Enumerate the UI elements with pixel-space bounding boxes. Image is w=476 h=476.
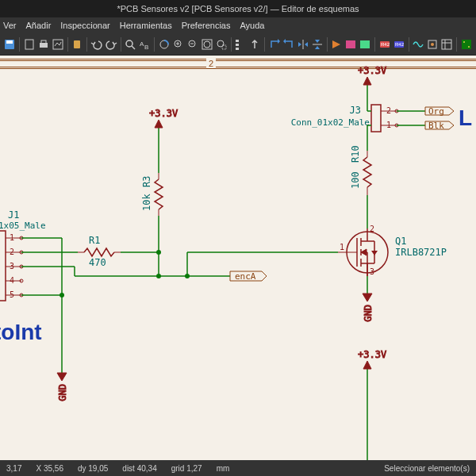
annotate-icon[interactable]: R42 [378, 36, 391, 53]
assign-footprints-icon[interactable] [426, 36, 439, 53]
svg-text:encA: encA [235, 271, 256, 282]
svg-rect-34 [360, 40, 370, 48]
rotate-cw-icon[interactable] [282, 36, 295, 53]
svg-text:100: 100 [350, 171, 361, 189]
svg-text:GND: GND [57, 384, 68, 401]
svg-rect-21 [236, 40, 239, 42]
pcb-icon[interactable] [460, 36, 473, 53]
svg-text:3: 3 [10, 262, 14, 271]
menu-ver[interactable]: Ver [3, 21, 17, 30]
svg-text:R42: R42 [395, 42, 405, 47]
paste-icon[interactable] [71, 36, 83, 53]
svg-point-46 [468, 46, 470, 48]
bom-icon[interactable] [440, 36, 453, 53]
svg-text:1: 1 [340, 243, 344, 251]
svg-text:10k: 10k [141, 194, 152, 211]
svg-text:L: L [459, 106, 472, 130]
menu-inspeccionar[interactable]: Inspeccionar [60, 21, 109, 30]
undo-icon[interactable] [90, 36, 103, 53]
zoom-out-icon[interactable] [186, 36, 199, 53]
svg-rect-6 [74, 40, 80, 48]
status-bar: 3,17 X 35,56 dy 19,05 dist 40,34 grid 1,… [0, 460, 476, 476]
svg-point-7 [126, 40, 132, 47]
svg-text:J1: J1 [8, 209, 19, 221]
find-icon[interactable] [124, 36, 136, 53]
svg-rect-53 [371, 105, 381, 132]
svg-text:Org: Org [428, 106, 444, 117]
erc-icon[interactable]: R42 [393, 36, 405, 53]
svg-marker-91 [371, 251, 378, 255]
redo-icon[interactable] [105, 36, 117, 53]
svg-text:R1: R1 [89, 235, 100, 246]
zoom-selection-icon[interactable] [215, 36, 228, 53]
status-hint: Seleccionar elemento(s) [384, 464, 470, 473]
svg-text:J3: J3 [350, 105, 361, 116]
status-coord3: dy 19,05 [78, 464, 108, 473]
zoom-fit-icon[interactable] [201, 36, 213, 53]
page-settings-icon[interactable] [23, 36, 36, 53]
menu-herramientas[interactable]: Herramientas [120, 21, 172, 30]
toolbar: AB R42 R42 [0, 33, 476, 56]
svg-marker-24 [278, 39, 280, 44]
svg-text:1: 1 [386, 121, 391, 129]
svg-text:R3: R3 [141, 176, 152, 187]
svg-point-40 [431, 43, 434, 46]
svg-text:3: 3 [370, 267, 374, 276]
save-icon[interactable] [3, 36, 16, 53]
svg-text:R10: R10 [350, 145, 361, 163]
svg-rect-44 [462, 40, 471, 49]
svg-text:1x05_Male: 1x05_Male [0, 221, 46, 231]
svg-text:toInt: toInt [0, 320, 42, 344]
svg-marker-31 [315, 46, 320, 49]
menu-preferencias[interactable]: Preferencias [182, 21, 231, 30]
svg-text:1: 1 [10, 233, 14, 242]
svg-rect-5 [53, 40, 63, 49]
svg-rect-1 [6, 40, 13, 44]
svg-rect-2 [25, 40, 33, 49]
replace-icon[interactable]: AB [138, 36, 151, 53]
print-icon[interactable] [37, 36, 50, 53]
menu-anadir[interactable]: Añadir [26, 21, 52, 30]
svg-text:B: B [144, 44, 148, 51]
svg-rect-33 [346, 40, 355, 48]
menu-ayuda[interactable]: Ayuda [240, 21, 264, 30]
footprint-editor-icon[interactable] [359, 36, 371, 53]
svg-text:4: 4 [10, 276, 14, 285]
svg-rect-22 [236, 44, 239, 46]
mirror-h-icon[interactable] [297, 36, 309, 53]
svg-line-8 [132, 46, 135, 49]
svg-text:Blk: Blk [428, 121, 444, 131]
hierarchy-icon[interactable] [234, 36, 247, 53]
svg-marker-150 [363, 361, 371, 369]
zoom-redraw-icon[interactable] [158, 36, 171, 53]
svg-point-45 [463, 41, 465, 43]
leave-sheet-icon[interactable] [248, 36, 261, 53]
svg-marker-25 [283, 39, 286, 44]
schematic-canvas[interactable]: 2 +3.3V +3.3V 2 1 J3 Conn_01x02_Male Org… [0, 56, 476, 460]
svg-marker-32 [332, 40, 340, 48]
svg-text:Conn_01x02_Male: Conn_01x02_Male [291, 117, 370, 128]
svg-marker-99 [363, 294, 372, 301]
svg-marker-28 [305, 42, 308, 47]
window-title: *PCB Sensores v2 [PCB Sensores v2/] — Ed… [0, 0, 476, 17]
svg-marker-51 [363, 77, 371, 85]
symbol-browser-icon[interactable] [344, 36, 357, 53]
rotate-ccw-icon[interactable] [268, 36, 281, 53]
schematic-drawing: +3.3V +3.3V 2 1 J3 Conn_01x02_Male Org B… [0, 56, 476, 460]
status-coord1: 3,17 [6, 464, 21, 473]
simulator-icon[interactable] [412, 36, 424, 53]
svg-text:R42: R42 [381, 42, 390, 47]
svg-rect-41 [442, 40, 451, 49]
svg-text:+3.3V: +3.3V [149, 108, 178, 119]
zoom-in-icon[interactable] [172, 36, 185, 53]
svg-text:2: 2 [386, 106, 391, 115]
mirror-v-icon[interactable] [311, 36, 324, 53]
symbol-editor-icon[interactable] [330, 36, 343, 53]
svg-text:5: 5 [10, 290, 14, 299]
svg-marker-30 [315, 40, 320, 43]
svg-text:470: 470 [89, 257, 106, 268]
plot-icon[interactable] [52, 36, 64, 53]
svg-text:IRLB8721P: IRLB8721P [395, 247, 447, 258]
status-coord4: dist 40,34 [122, 464, 156, 473]
svg-text:+3.3V: +3.3V [358, 65, 386, 76]
